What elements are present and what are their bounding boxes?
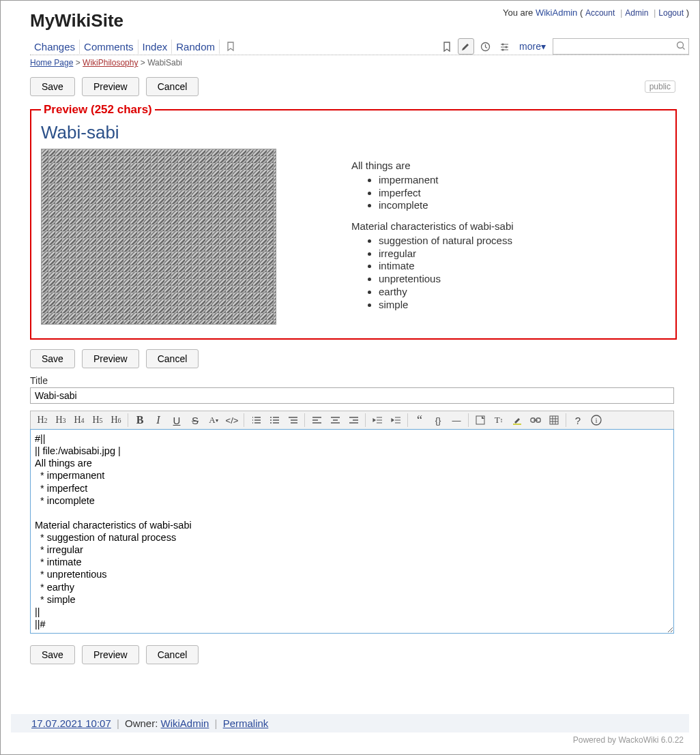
svg-point-4 (677, 42, 684, 48)
h6-button[interactable]: H6 (107, 413, 125, 428)
search-icon[interactable] (676, 41, 686, 50)
save-button-2[interactable]: Save (30, 349, 75, 368)
preview-button-3[interactable]: Preview (82, 645, 139, 664)
powered-by[interactable]: Powered by WackoWiki 6.0.22 (11, 735, 689, 745)
outdent-icon[interactable] (368, 413, 386, 428)
list-ul-icon[interactable] (265, 413, 283, 428)
underline-button[interactable]: U (168, 413, 186, 428)
braces-button[interactable]: {} (429, 413, 447, 428)
user-info: You are WikiAdmin ( Account |Admin |Logo… (503, 8, 689, 18)
preview-button-2[interactable]: Preview (82, 349, 139, 368)
preview-page-title[interactable]: Wabi-sabi (41, 122, 666, 143)
note-icon[interactable] (471, 413, 489, 428)
svg-point-5 (270, 417, 272, 418)
h3-button[interactable]: H3 (52, 413, 70, 428)
save-button-3[interactable]: Save (30, 645, 75, 664)
list-item: impermanent (379, 174, 514, 187)
bookmark-icon[interactable] (439, 38, 455, 55)
user-prefix: You are (503, 8, 536, 18)
svg-point-1 (501, 43, 504, 45)
site-title[interactable]: MyWikiSite (30, 10, 123, 31)
align-left-icon[interactable] (308, 413, 325, 428)
owner-link[interactable]: WikiAdmin (161, 717, 209, 729)
cancel-button-3[interactable]: Cancel (146, 645, 199, 664)
svg-point-2 (505, 46, 507, 48)
indent-icon[interactable] (387, 413, 405, 428)
align-right-icon[interactable] (345, 413, 362, 428)
svg-rect-8 (476, 416, 484, 424)
title-input[interactable] (30, 387, 674, 404)
search-input[interactable] (553, 38, 689, 55)
editor-toolbar: H2 H3 H4 H5 H6 B I U S A▾ </> “ {} — T↕ … (30, 411, 674, 429)
h5-button[interactable]: H5 (89, 413, 106, 428)
h4-button[interactable]: H4 (70, 413, 88, 428)
list-item: simple (379, 299, 514, 312)
link-icon[interactable] (527, 413, 544, 428)
settings-icon[interactable] (496, 38, 512, 55)
list-indent-icon[interactable] (284, 413, 302, 428)
list-ol-icon[interactable] (247, 413, 265, 428)
help-button[interactable]: ? (569, 413, 587, 428)
preview-panel: Preview (252 chars) Wabi-sabi All things… (30, 103, 677, 340)
preview-image (41, 149, 276, 325)
svg-text:i: i (595, 416, 597, 424)
list-item: imperfect (379, 187, 514, 200)
owner-label: Owner: (125, 717, 161, 729)
svg-rect-11 (550, 416, 558, 424)
more-dropdown[interactable]: more▾ (519, 41, 546, 52)
strike-button[interactable]: S (186, 413, 204, 428)
h2-button[interactable]: H2 (33, 413, 51, 428)
preview-button[interactable]: Preview (82, 77, 139, 96)
info-icon[interactable]: i (587, 413, 605, 428)
svg-point-3 (501, 48, 504, 50)
public-badge[interactable]: public (645, 80, 675, 93)
history-icon[interactable] (477, 38, 493, 55)
user-link[interactable]: WikiAdmin (536, 8, 577, 18)
wiki-editor[interactable] (30, 429, 674, 634)
svg-point-7 (270, 422, 272, 424)
footer-bar: 17.07.2021 10:07 | Owner: WikiAdmin | Pe… (11, 714, 689, 732)
save-button[interactable]: Save (30, 77, 75, 96)
bold-button[interactable]: B (131, 413, 149, 428)
align-center-icon[interactable] (326, 413, 344, 428)
logout-link[interactable]: Logout (658, 8, 684, 18)
textsize-icon[interactable]: T↕ (490, 413, 508, 428)
preview-legend: Preview (252 chars) (41, 103, 155, 117)
breadcrumb-current: WabiSabi (147, 58, 182, 68)
breadcrumb-home[interactable]: Home Page (30, 58, 73, 68)
table-icon[interactable] (545, 413, 563, 428)
cancel-button[interactable]: Cancel (146, 77, 199, 96)
breadcrumb-parent[interactable]: WikiPhilosophy (83, 58, 138, 68)
list-item: earthy (379, 286, 514, 299)
permalink[interactable]: Permalink (223, 717, 269, 729)
footer-date[interactable]: 17.07.2021 10:07 (31, 717, 111, 729)
cancel-button-2[interactable]: Cancel (146, 349, 199, 368)
breadcrumb: Home Page > WikiPhilosophy > WabiSabi (30, 58, 689, 68)
highlight-icon[interactable] (508, 413, 526, 428)
edit-icon[interactable] (458, 38, 474, 55)
list-item: irregular (379, 248, 514, 261)
list-item: unpretentious (379, 273, 514, 286)
list-item: incomplete (379, 199, 514, 212)
font-button[interactable]: A▾ (205, 413, 222, 428)
nav-random[interactable]: Random (172, 40, 220, 54)
preview-p1: All things are (351, 160, 411, 171)
nav-comments[interactable]: Comments (80, 40, 138, 54)
svg-point-6 (270, 419, 272, 421)
bookmark-small-icon[interactable] (222, 38, 239, 55)
account-link[interactable]: Account (585, 8, 615, 18)
italic-button[interactable]: I (149, 413, 167, 428)
list-item: intimate (379, 260, 514, 273)
hr-button[interactable]: — (448, 413, 465, 428)
code-button[interactable]: </> (223, 413, 241, 428)
preview-list2: suggestion of natural process irregular … (351, 235, 514, 312)
list-item: suggestion of natural process (379, 235, 514, 248)
quote-button[interactable]: “ (411, 413, 428, 428)
admin-link[interactable]: Admin (625, 8, 648, 18)
title-label: Title (30, 375, 689, 386)
preview-list1: impermanent imperfect incomplete (351, 174, 514, 212)
preview-p2: Material characteristics of wabi-sabi (351, 220, 514, 232)
nav-changes[interactable]: Changes (30, 40, 80, 54)
nav-index[interactable]: Index (138, 40, 173, 54)
